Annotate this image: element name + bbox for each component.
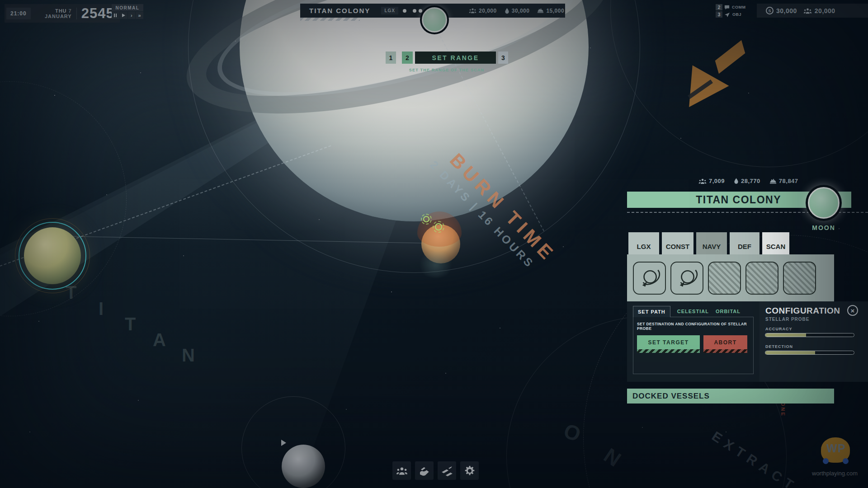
fastest-button[interactable]: » <box>136 12 143 19</box>
date-block: THU 7 JANUARY <box>37 8 72 19</box>
probe-target-marker[interactable] <box>423 216 429 222</box>
credits-value: 30,000 <box>776 7 797 14</box>
tab-lgx[interactable]: LGX <box>628 232 659 254</box>
fast-forward-button[interactable]: › <box>128 12 136 19</box>
detection-label: DETECTION <box>765 344 793 349</box>
food-icon <box>537 8 544 13</box>
watermark-logo-dot <box>843 458 849 464</box>
scan-step-subtitle: SET THE RANGE OF THE SCAN <box>379 68 514 72</box>
probe-path-panel: SET PATH CELESTIAL ORBITAL SET DESTINATI… <box>627 301 760 382</box>
probe-planet-icon <box>675 267 699 290</box>
empty-slot[interactable] <box>783 262 816 295</box>
fuel-value: 30,000 <box>512 8 530 14</box>
tab-orbital[interactable]: ORBITAL <box>716 306 741 317</box>
scan-slots <box>633 262 816 295</box>
scan-step-active-label: SET RANGE <box>415 52 496 64</box>
colony-title: TITAN COLONY <box>309 7 370 14</box>
fuel-icon <box>734 178 739 184</box>
tab-const[interactable]: CONST <box>662 232 693 254</box>
empty-slot[interactable] <box>745 262 778 295</box>
comm-icon <box>724 5 730 10</box>
lgx-badge: LGX <box>381 7 398 14</box>
objectives-icon <box>724 12 730 17</box>
population-resource: 7,009 <box>698 178 725 184</box>
probe-instruction: SET DESTINATION AND CONFIGURATION OF STE… <box>637 322 750 331</box>
objectives-notification[interactable]: 3 OBJ <box>716 11 759 18</box>
comm-count: 2 <box>716 4 722 10</box>
scan-step-2[interactable]: 2 <box>402 52 413 64</box>
path-content-box: SET DESTINATION AND CONFIGURATION OF STE… <box>633 317 754 374</box>
objectives-count: 3 <box>716 11 722 18</box>
tab-def[interactable]: DEF <box>730 232 760 254</box>
colony-avatar-planet <box>422 7 447 33</box>
fuel-icon <box>505 8 509 14</box>
scan-step-3[interactable]: 3 <box>498 52 508 64</box>
probe-configuration-panel: CONFIGURATION STELLAR PROBE × ACCURACY D… <box>760 301 868 382</box>
fleet-button[interactable] <box>438 461 456 480</box>
play-icon <box>122 14 125 17</box>
probe-planet-icon <box>638 267 661 290</box>
moon-haze <box>416 251 455 277</box>
dock-button[interactable] <box>415 461 434 480</box>
probe-target-marker[interactable] <box>435 223 442 230</box>
path-tab-bar: SET PATH CELESTIAL ORBITAL <box>633 306 760 317</box>
map-region-letter: I <box>99 299 104 319</box>
accuracy-label: ACCURACY <box>765 327 793 331</box>
close-button[interactable]: × <box>847 305 858 316</box>
colony-resources: 7,009 28,770 78,847 <box>698 178 811 184</box>
credits-icon: S <box>766 7 774 14</box>
weekday-label: THU <box>55 8 67 14</box>
abort-button[interactable]: ABORT <box>703 335 747 349</box>
selected-body-planet <box>808 187 840 219</box>
speed-label: NORMAL <box>112 4 143 11</box>
probe-slot[interactable] <box>633 262 666 295</box>
population-resource: 20,000 <box>469 8 497 14</box>
moon-bottom[interactable] <box>282 445 325 488</box>
detection-fill <box>765 351 815 354</box>
moon-direction-arrow <box>281 440 286 446</box>
objectives-label: OBJ <box>732 12 741 17</box>
tab-celestial[interactable]: CELESTIAL <box>677 306 709 317</box>
play-button[interactable] <box>120 12 127 19</box>
food-value: 15,000 <box>546 8 564 14</box>
population-icon <box>803 8 812 14</box>
empty-slot[interactable] <box>708 262 741 295</box>
topbar-hatch-decor <box>300 18 360 21</box>
selected-body-avatar[interactable] <box>806 185 842 221</box>
watermark-site: worthplaying.com <box>812 470 866 477</box>
watermark-logo: WP <box>818 436 854 468</box>
watermark-logo-dot <box>823 458 829 464</box>
tab-navy[interactable]: NAVY <box>696 232 727 254</box>
crew-icon <box>396 466 408 475</box>
colony-tab-bar: LGX CONST NAVY DEF SCAN <box>628 232 789 254</box>
orbit-circle <box>610 0 868 167</box>
probe-slot[interactable] <box>670 262 703 295</box>
configuration-subtitle: STELLAR PROBE <box>765 317 809 322</box>
fuel-resource: 28,770 <box>734 178 760 184</box>
scan-step-1[interactable]: 1 <box>386 52 396 64</box>
population-icon <box>469 8 476 14</box>
comm-notification[interactable]: 2 COMM <box>716 4 759 10</box>
tab-set-path[interactable]: SET PATH <box>633 306 670 317</box>
map-zone-label: ONE <box>780 402 786 417</box>
population-icon <box>698 178 707 184</box>
population-value: 7,009 <box>709 178 725 184</box>
map-region-letter: N <box>182 345 195 366</box>
global-population-value: 20,000 <box>815 7 835 14</box>
pause-button[interactable] <box>112 12 119 19</box>
watermark-logo-text: WP <box>818 442 854 455</box>
docked-vessels-header[interactable]: DOCKED VESSELS <box>627 389 834 404</box>
set-target-button[interactable]: SET TARGET <box>637 335 700 349</box>
fleet-icon <box>441 465 453 476</box>
accuracy-slider[interactable] <box>765 333 854 337</box>
fastest-icon: » <box>138 13 141 18</box>
crew-button[interactable] <box>392 461 411 480</box>
food-icon <box>769 178 777 184</box>
year-label: 2545 <box>81 5 114 22</box>
colony-avatar[interactable] <box>420 5 449 34</box>
accuracy-fill <box>765 333 806 337</box>
clock-time: 21:00 <box>6 8 31 19</box>
settings-button[interactable] <box>460 461 479 480</box>
detection-slider[interactable] <box>765 351 854 355</box>
tab-scan[interactable]: SCAN <box>762 232 789 254</box>
